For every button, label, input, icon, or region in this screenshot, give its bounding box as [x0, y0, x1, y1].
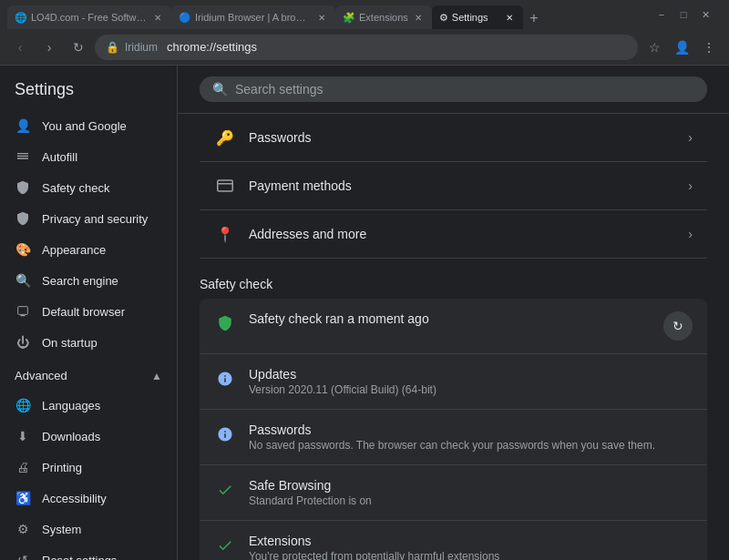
- passwords-row[interactable]: 🔑 Passwords ›: [200, 114, 707, 162]
- sidebar-item-privacy-security[interactable]: Privacy and security: [0, 203, 169, 234]
- search-input-wrap[interactable]: 🔍: [200, 76, 707, 102]
- printing-icon: 🖨: [15, 459, 31, 475]
- sidebar-item-languages[interactable]: 🌐 Languages: [0, 390, 169, 421]
- sidebar-item-reset-settings[interactable]: ↺ Reset settings: [0, 545, 169, 560]
- safety-refresh-button[interactable]: ↻: [663, 311, 693, 341]
- sidebar-item-on-startup-label: On startup: [42, 336, 98, 350]
- window-controls: − □ ✕: [652, 5, 714, 24]
- tab-extensions-close[interactable]: ✕: [412, 11, 425, 24]
- on-startup-icon: ⏻: [15, 334, 31, 351]
- toolbar-icons: ☆ 👤 ⋮: [642, 35, 722, 60]
- payment-methods-row[interactable]: Payment methods ›: [200, 162, 707, 210]
- tab-lo4d-close[interactable]: ✕: [151, 11, 164, 24]
- tab-settings-icon: ⚙: [439, 12, 448, 24]
- passwords-title: Passwords: [249, 130, 311, 145]
- sidebar-item-accessibility[interactable]: ♿ Accessibility: [0, 483, 169, 514]
- forward-button[interactable]: ›: [36, 35, 62, 60]
- payment-methods-row-left: Payment methods: [214, 175, 352, 197]
- sidebar-item-accessibility-label: Accessibility: [42, 492, 107, 505]
- sidebar-item-autofill[interactable]: Autofill: [0, 141, 169, 172]
- svg-rect-1: [20, 315, 25, 316]
- extensions-check-text: Extensions You're protected from potenti…: [249, 534, 693, 560]
- tab-lo4d[interactable]: 🌐 LO4D.com - Free Softwar... ✕: [7, 5, 171, 29]
- extensions-check-title: Extensions: [249, 534, 693, 548]
- search-icon: 🔍: [212, 82, 228, 97]
- safe-browsing-title: Safe Browsing: [249, 478, 693, 493]
- sidebar-item-default-browser-label: Default browser: [42, 305, 125, 319]
- sidebar-item-system[interactable]: ⚙ System: [0, 514, 169, 545]
- passwords-check-icon: [214, 423, 236, 445]
- safety-check-icon: [15, 179, 31, 196]
- payment-methods-title: Payment methods: [249, 178, 352, 193]
- updates-text: Updates Version 2020.11 (Official Build)…: [249, 367, 693, 396]
- address-bar: ‹ › ↻ 🔒 Iridium chrome://settings ☆ 👤 ⋮: [0, 29, 729, 66]
- passwords-check-row: Passwords No saved passwords. The browse…: [200, 410, 707, 465]
- extensions-check-row: Extensions You're protected from potenti…: [200, 521, 707, 560]
- sidebar-item-printing[interactable]: 🖨 Printing: [0, 452, 169, 483]
- payment-methods-icon: [214, 175, 236, 197]
- sidebar-item-you-google[interactable]: 👤 You and Google: [0, 110, 169, 141]
- tab-iridium[interactable]: 🔵 Iridium Browser | A brows... ✕: [171, 5, 335, 29]
- sidebar-item-appearance[interactable]: 🎨 Appearance: [0, 234, 169, 265]
- minimize-button[interactable]: −: [652, 5, 671, 24]
- you-google-icon: 👤: [15, 117, 31, 134]
- profile-button[interactable]: 👤: [669, 35, 694, 60]
- back-button[interactable]: ‹: [7, 35, 33, 60]
- sidebar-item-downloads-label: Downloads: [42, 430, 100, 443]
- sidebar-title: Settings: [0, 73, 177, 110]
- tab-lo4d-icon: 🌐: [15, 12, 27, 24]
- sidebar-item-appearance-label: Appearance: [42, 243, 106, 257]
- sidebar: Settings 👤 You and Google Autofill Safet…: [0, 66, 178, 560]
- tab-extensions[interactable]: 🧩 Extensions ✕: [335, 5, 432, 29]
- tab-settings-close[interactable]: ✕: [503, 11, 516, 24]
- omnibox[interactable]: 🔒 Iridium chrome://settings: [95, 35, 638, 60]
- sidebar-item-search-engine[interactable]: 🔍 Search engine: [0, 265, 169, 296]
- safe-browsing-subtitle: Standard Protection is on: [249, 494, 693, 507]
- advanced-label: Advanced: [15, 369, 67, 382]
- safe-browsing-icon: [214, 479, 236, 501]
- search-bar: 🔍: [178, 66, 729, 114]
- svg-rect-2: [218, 180, 233, 191]
- advanced-section-header[interactable]: Advanced ▲: [0, 361, 177, 390]
- updates-title: Updates: [249, 367, 693, 382]
- sidebar-item-languages-label: Languages: [42, 399, 100, 412]
- maximize-button[interactable]: □: [674, 5, 693, 24]
- main-layout: Settings 👤 You and Google Autofill Safet…: [0, 66, 729, 560]
- sidebar-item-you-google-label: You and Google: [42, 119, 127, 133]
- bookmark-button[interactable]: ☆: [642, 35, 667, 60]
- safe-browsing-row: Safe Browsing Standard Protection is on: [200, 465, 707, 521]
- sidebar-item-privacy-security-label: Privacy and security: [42, 212, 148, 226]
- addresses-row-left: 📍 Addresses and more: [214, 223, 366, 245]
- tabs-bar: 🌐 LO4D.com - Free Softwar... ✕ 🔵 Iridium…: [7, 0, 649, 29]
- close-button[interactable]: ✕: [696, 5, 714, 24]
- new-tab-button[interactable]: +: [523, 7, 545, 29]
- payment-chevron: ›: [688, 178, 693, 193]
- extensions-check-subtitle: You're protected from potentially harmfu…: [249, 550, 693, 560]
- addresses-row[interactable]: 📍 Addresses and more ›: [200, 210, 707, 259]
- tab-settings[interactable]: ⚙ Settings ✕: [432, 5, 523, 29]
- content-inner: 🔑 Passwords › Payment methods: [178, 114, 729, 560]
- addresses-chevron: ›: [688, 227, 693, 241]
- reload-button[interactable]: ↻: [66, 35, 91, 60]
- tab-extensions-icon: 🧩: [343, 12, 355, 24]
- sidebar-item-downloads[interactable]: ⬇ Downloads: [0, 421, 169, 452]
- sidebar-item-search-engine-label: Search engine: [42, 274, 118, 288]
- menu-button[interactable]: ⋮: [696, 35, 722, 60]
- search-input[interactable]: [235, 82, 694, 97]
- sidebar-item-on-startup[interactable]: ⏻ On startup: [0, 327, 169, 358]
- tab-lo4d-title: LO4D.com - Free Softwar...: [31, 12, 148, 23]
- safety-check-card: Safety check ran a moment ago ↻ Updates …: [200, 299, 707, 560]
- sidebar-item-default-browser[interactable]: Default browser: [0, 296, 169, 327]
- addresses-title: Addresses and more: [249, 227, 366, 241]
- site-name: Iridium: [125, 41, 158, 54]
- sidebar-item-safety-check-label: Safety check: [42, 181, 109, 195]
- autofill-icon: [15, 148, 31, 165]
- search-engine-icon: 🔍: [15, 272, 31, 289]
- default-browser-icon: [15, 303, 31, 320]
- tab-iridium-close[interactable]: ✕: [315, 11, 328, 24]
- sidebar-item-safety-check[interactable]: Safety check: [0, 172, 169, 203]
- tab-iridium-title: Iridium Browser | A brows...: [195, 12, 312, 23]
- sidebar-item-reset-settings-label: Reset settings: [42, 554, 117, 561]
- sidebar-item-autofill-label: Autofill: [42, 150, 77, 164]
- safety-ran-row: Safety check ran a moment ago ↻: [200, 299, 707, 354]
